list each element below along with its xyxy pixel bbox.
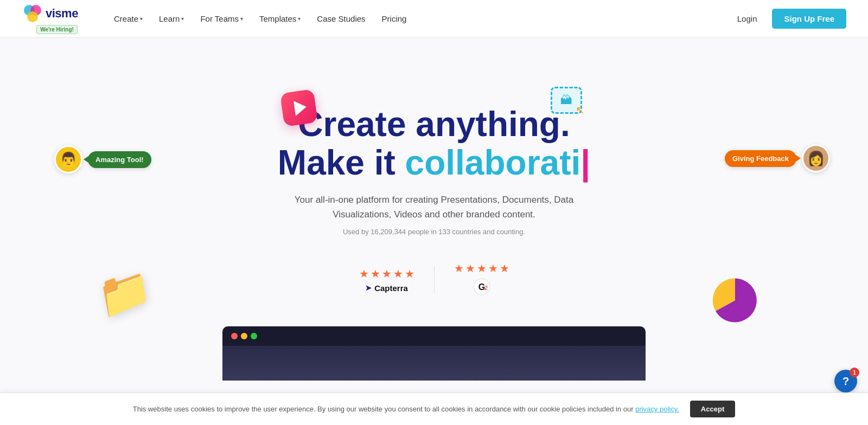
ratings-row: ★ ★ ★ ★ ★ ➤ Capterra ★ ★ ★ ★ ★ bbox=[340, 255, 529, 305]
g2-stars: ★ ★ ★ ★ ★ bbox=[454, 262, 509, 275]
feedback-speech-bubble: Giving Feedback bbox=[725, 150, 796, 167]
folder-icon: 📁 bbox=[94, 263, 156, 323]
dot-red bbox=[231, 333, 238, 339]
dot-yellow bbox=[241, 333, 247, 339]
svg-point-2 bbox=[27, 11, 38, 22]
signup-button[interactable]: Sign Up Free bbox=[772, 9, 846, 29]
accept-cookies-button[interactable]: Accept bbox=[690, 401, 735, 417]
pie-chart-icon bbox=[711, 276, 760, 325]
hero-section: 🏔 ↖ 👨 Amazing Tool! Giving Feedback 👩 📁 bbox=[0, 37, 868, 425]
amazing-speech-bubble: Amazing Tool! bbox=[88, 151, 151, 168]
logo-wrapper[interactable]: visme We're Hiring! bbox=[22, 3, 92, 34]
nav-create[interactable]: Create ▾ bbox=[106, 10, 150, 28]
help-button[interactable]: ? 1 bbox=[834, 370, 857, 392]
g2-star-2: ★ bbox=[465, 262, 475, 275]
user-avatar-male: 👨 bbox=[54, 145, 82, 173]
hero-usage-text: Used by 16,209,344 people in 133 countri… bbox=[343, 228, 525, 236]
star-1: ★ bbox=[359, 267, 369, 280]
amazing-tool-bubble: 👨 Amazing Tool! bbox=[54, 145, 151, 173]
g2-star-4: ★ bbox=[488, 262, 498, 275]
nav-templates[interactable]: Templates ▾ bbox=[252, 10, 308, 28]
help-icon: ? bbox=[843, 375, 849, 388]
feedback-bubble-wrapper: Giving Feedback 👩 bbox=[725, 144, 830, 172]
video-preview bbox=[222, 326, 646, 381]
capterra-label: Capterra bbox=[374, 284, 408, 293]
star-4: ★ bbox=[393, 267, 403, 280]
g2-logo: G 2 bbox=[473, 278, 490, 298]
hero-title-cursor: | bbox=[580, 143, 590, 182]
g2-star-1: ★ bbox=[454, 262, 464, 275]
logo-image: visme bbox=[22, 3, 92, 24]
star-5: ★ bbox=[405, 267, 414, 280]
star-2: ★ bbox=[371, 267, 380, 280]
login-button[interactable]: Login bbox=[731, 10, 764, 28]
star-3: ★ bbox=[382, 267, 392, 280]
logo-icon bbox=[22, 3, 43, 24]
brand-name: visme bbox=[46, 7, 78, 21]
pie-chart-decoration bbox=[711, 276, 760, 327]
g2-rating: ★ ★ ★ ★ ★ G 2 bbox=[435, 255, 529, 305]
hero-title: Create anything. Make it collaborati| bbox=[278, 105, 590, 182]
navbar: visme We're Hiring! Create ▾ Learn ▾ For… bbox=[0, 0, 868, 37]
video-content bbox=[222, 346, 646, 381]
g2-star-3: ★ bbox=[477, 262, 487, 275]
video-dots bbox=[222, 326, 646, 346]
hiring-badge: We're Hiring! bbox=[36, 25, 78, 34]
hero-title-accent: collaborati bbox=[405, 143, 581, 182]
templates-chevron-icon: ▾ bbox=[298, 16, 301, 22]
capterra-rating: ★ ★ ★ ★ ★ ➤ Capterra bbox=[340, 261, 434, 299]
nav-for-teams[interactable]: For Teams ▾ bbox=[193, 10, 251, 28]
folder-decoration: 📁 bbox=[98, 268, 152, 319]
dot-green bbox=[251, 333, 257, 339]
cookie-banner: This website uses cookies to improve the… bbox=[0, 392, 868, 425]
learn-chevron-icon: ▾ bbox=[181, 16, 184, 22]
g2-logo-svg: G 2 bbox=[473, 278, 490, 295]
navbar-right: Login Sign Up Free bbox=[731, 9, 846, 29]
navbar-left: visme We're Hiring! Create ▾ Learn ▾ For… bbox=[22, 3, 414, 34]
privacy-policy-link[interactable]: privacy policy. bbox=[635, 405, 679, 413]
hero-subtitle: Your all-in-one platform for creating Pr… bbox=[288, 192, 580, 222]
hero-title-line2: Make it bbox=[278, 143, 405, 182]
capterra-arrow-icon: ➤ bbox=[365, 284, 372, 292]
svg-text:2: 2 bbox=[484, 285, 487, 291]
nav-links: Create ▾ Learn ▾ For Teams ▾ Templates ▾… bbox=[106, 10, 414, 28]
user-avatar-female: 👩 bbox=[802, 144, 830, 172]
create-chevron-icon: ▾ bbox=[140, 16, 143, 22]
g2-star-5: ★ bbox=[500, 262, 509, 275]
amazing-bubble-wrapper: 👨 Amazing Tool! bbox=[54, 145, 151, 173]
video-frame bbox=[222, 326, 646, 381]
capterra-logo: ➤ Capterra bbox=[365, 284, 408, 293]
hero-title-line1: Create anything. bbox=[298, 105, 570, 144]
nav-learn[interactable]: Learn ▾ bbox=[151, 10, 192, 28]
help-badge: 1 bbox=[850, 368, 859, 377]
nav-pricing[interactable]: Pricing bbox=[374, 10, 414, 28]
nav-case-studies[interactable]: Case Studies bbox=[309, 10, 373, 28]
giving-feedback-bubble: Giving Feedback 👩 bbox=[725, 144, 830, 172]
cookie-text: This website uses cookies to improve the… bbox=[133, 405, 679, 413]
for-teams-chevron-icon: ▾ bbox=[240, 16, 243, 22]
capterra-stars: ★ ★ ★ ★ ★ bbox=[359, 267, 414, 280]
